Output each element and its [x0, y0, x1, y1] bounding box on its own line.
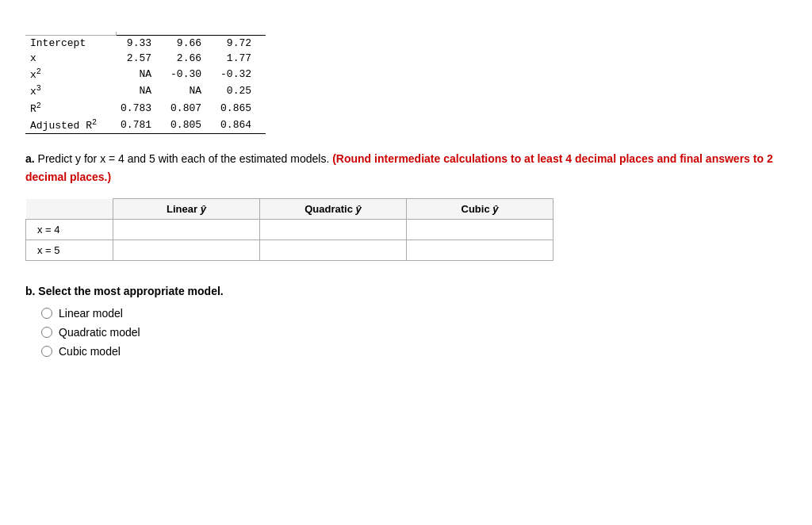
pred-header-cubic: Cubic ŷ [407, 199, 553, 220]
reg-row-quadratic: NA [166, 82, 216, 99]
reg-row: Intercept 9.33 9.66 9.72 [25, 36, 266, 52]
reg-row-label: x3 [25, 82, 116, 99]
part-a-label: a. [25, 152, 35, 165]
pred-input-cubic[interactable] [407, 240, 553, 261]
reg-row-cubic: 1.77 [216, 51, 266, 66]
model-radio-group: Linear model Quadratic model Cubic model [41, 307, 787, 358]
part-b-section: b. Select the most appropriate model. Li… [25, 285, 787, 358]
model-option-2[interactable]: Cubic model [41, 345, 787, 358]
reg-row: x 2.57 2.66 1.77 [25, 51, 266, 66]
reg-row-quadratic: 0.807 [166, 100, 216, 117]
model-option-0[interactable]: Linear model [41, 307, 787, 320]
model-label-0: Linear model [59, 307, 123, 320]
reg-row: Adjusted R2 0.781 0.805 0.864 [25, 117, 266, 134]
reg-row-quadratic: 9.66 [166, 36, 216, 52]
reg-row-cubic: 0.864 [216, 117, 266, 134]
reg-row-label: x [25, 51, 116, 66]
reg-row-linear: NA [116, 82, 166, 99]
reg-row: R2 0.783 0.807 0.865 [25, 100, 266, 117]
pred-row-label: x = 4 [26, 220, 113, 240]
pred-header-quadratic: Quadratic ŷ [260, 199, 407, 220]
pred-header-linear: Linear ŷ [113, 199, 260, 220]
reg-row-linear: 0.781 [116, 117, 166, 134]
pred-input-cubic[interactable] [407, 220, 553, 240]
reg-row-label: Intercept [25, 36, 116, 52]
prediction-table: Linear ŷ Quadratic ŷ Cubic ŷ x = 4 x = 5 [25, 198, 553, 261]
reg-row-linear: 9.33 [116, 36, 166, 52]
regression-table: Intercept 9.33 9.66 9.72 x 2.57 2.66 1.7… [25, 32, 266, 134]
reg-row-label: x2 [25, 66, 116, 82]
model-radio-1[interactable] [41, 327, 52, 338]
reg-row: x2 NA -0.30 -0.32 [25, 66, 266, 82]
part-a-instruction: a. Predict y for x = 4 and 5 with each o… [25, 150, 787, 186]
pred-input-quadratic[interactable] [260, 220, 407, 240]
reg-row-linear: NA [116, 66, 166, 82]
reg-row-linear: 2.57 [116, 51, 166, 66]
pred-input-linear[interactable] [113, 220, 260, 240]
part-a-text: Predict y for x = 4 and 5 with each of t… [38, 152, 333, 165]
part-b-label: b. Select the most appropriate model. [25, 285, 787, 297]
pred-header-empty [26, 199, 113, 220]
model-radio-0[interactable] [41, 308, 52, 319]
pred-input-linear[interactable] [113, 240, 260, 261]
reg-row-cubic: 0.865 [216, 100, 266, 117]
reg-row-quadratic: -0.30 [166, 66, 216, 82]
reg-row: x3 NA NA 0.25 [25, 82, 266, 99]
pred-row: x = 4 [26, 220, 553, 240]
pred-input-quadratic[interactable] [260, 240, 407, 261]
model-radio-2[interactable] [41, 346, 52, 357]
reg-row-label: R2 [25, 100, 116, 117]
pred-row-label: x = 5 [26, 240, 113, 261]
model-option-1[interactable]: Quadratic model [41, 326, 787, 339]
reg-row-cubic: 9.72 [216, 36, 266, 52]
reg-row-label: Adjusted R2 [25, 117, 116, 134]
model-label-2: Cubic model [59, 345, 121, 358]
reg-row-cubic: 0.25 [216, 82, 266, 99]
reg-row-linear: 0.783 [116, 100, 166, 117]
model-label-1: Quadratic model [59, 326, 140, 339]
reg-row-quadratic: 0.805 [166, 117, 216, 134]
reg-row-cubic: -0.32 [216, 66, 266, 82]
pred-row: x = 5 [26, 240, 553, 261]
reg-row-quadratic: 2.66 [166, 51, 216, 66]
